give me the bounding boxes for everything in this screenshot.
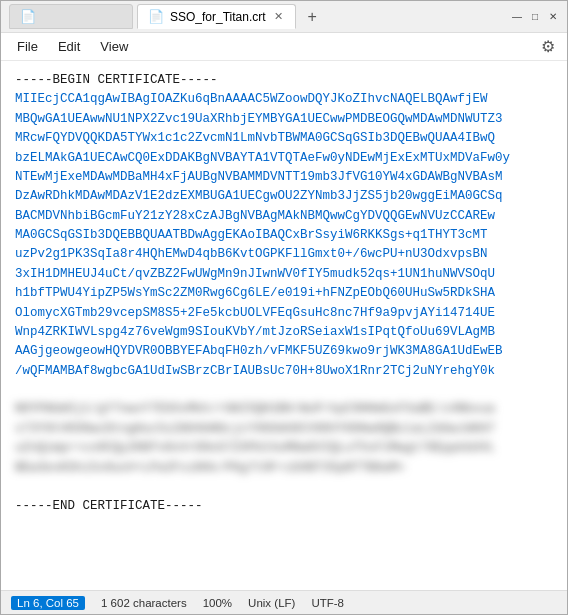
tab-close-button[interactable]: ✕	[272, 10, 285, 23]
menu-file[interactable]: File	[9, 36, 46, 57]
cert-blurred: NOYPAUm5j1/gY7nwvY7E6XxMkh/r0AI5QH1BH/Wu…	[15, 402, 495, 474]
cert-content: MIIEcjCCA1qgAwIBAgIOAZKu6qBnAAAAC5WZoowD…	[15, 92, 510, 377]
new-tab-button[interactable]: +	[300, 6, 325, 28]
maximize-button[interactable]: □	[529, 11, 541, 23]
window-controls: — □ ✕	[511, 11, 559, 23]
close-button[interactable]: ✕	[547, 11, 559, 23]
line-ending: Unix (LF)	[248, 597, 295, 609]
cert-begin-line: -----BEGIN CERTIFICATE-----	[15, 73, 218, 87]
menu-items: File Edit View	[9, 36, 136, 57]
menu-view[interactable]: View	[92, 36, 136, 57]
minimize-button[interactable]: —	[511, 11, 523, 23]
settings-icon[interactable]: ⚙	[537, 35, 559, 58]
main-window: 📄 📄 SSO_for_Titan.crt ✕ + — □ ✕ File Edi…	[0, 0, 568, 615]
tab-active-label: SSO_for_Titan.crt	[170, 10, 266, 24]
editor-area[interactable]: -----BEGIN CERTIFICATE----- MIIEcjCCA1qg…	[1, 61, 567, 590]
title-bar: 📄 📄 SSO_for_Titan.crt ✕ + — □ ✕	[1, 1, 567, 33]
zoom-level: 100%	[203, 597, 232, 609]
cert-end-line: -----END CERTIFICATE-----	[15, 499, 203, 513]
title-bar-left: 📄 📄 SSO_for_Titan.crt ✕ +	[9, 4, 511, 29]
tab-active-doc-icon: 📄	[148, 9, 164, 24]
tab-inactive[interactable]: 📄	[9, 4, 133, 29]
menu-bar: File Edit View ⚙	[1, 33, 567, 61]
tab-active[interactable]: 📄 SSO_for_Titan.crt ✕	[137, 4, 296, 29]
character-count: 1 602 characters	[101, 597, 187, 609]
encoding: UTF-8	[311, 597, 344, 609]
cursor-position[interactable]: Ln 6, Col 65	[11, 596, 85, 610]
menu-edit[interactable]: Edit	[50, 36, 88, 57]
status-bar: Ln 6, Col 65 1 602 characters 100% Unix …	[1, 590, 567, 614]
tab-doc-icon: 📄	[20, 9, 36, 24]
